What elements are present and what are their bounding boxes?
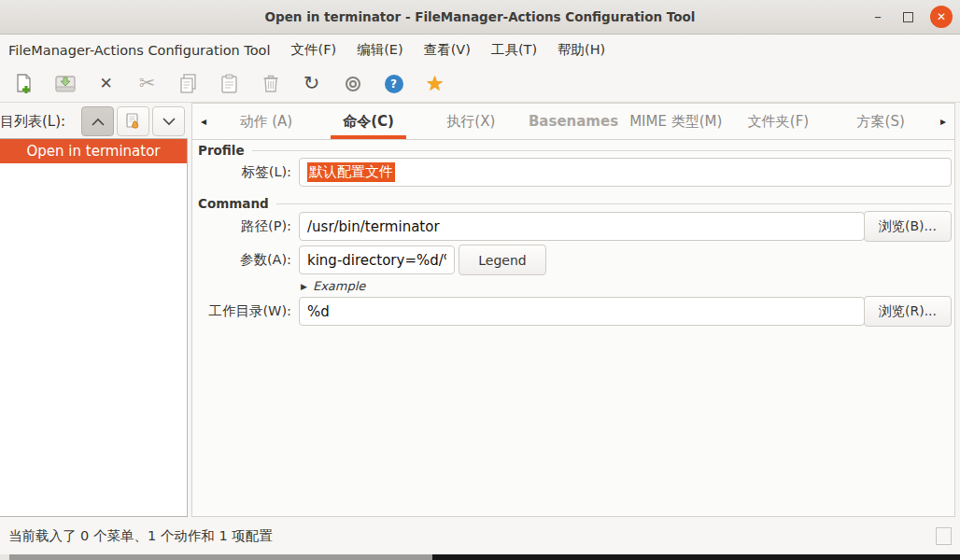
- path-field-input[interactable]: [299, 212, 865, 241]
- tab-schemes[interactable]: 方案(S): [829, 104, 932, 139]
- app-window: Open in terminator - FileManager-Actions…: [0, 0, 960, 560]
- items-list[interactable]: Open in terminator: [0, 138, 188, 517]
- command-frame-header: Command: [198, 196, 952, 211]
- reload-icon: ↻: [304, 74, 320, 93]
- expander-triangle-icon: ▶: [301, 282, 307, 291]
- star-icon: ★: [426, 74, 445, 94]
- delete-button[interactable]: [258, 71, 283, 97]
- toolbar: ✕ ✂: [0, 65, 960, 103]
- tab-execution[interactable]: 执行(X): [419, 104, 522, 139]
- tab-bar: ◂ 动作 (A) 命令(C) 执行(X) Basenames MIME 类型(M…: [192, 104, 954, 140]
- save-icon: [55, 75, 76, 93]
- tab-command[interactable]: 命令(C): [318, 104, 420, 139]
- chevron-down-icon: [162, 118, 176, 126]
- list-item-open-in-terminator[interactable]: Open in terminator: [0, 139, 187, 163]
- browse-workdir-button[interactable]: 浏览(R)...: [864, 296, 952, 327]
- window-controls: – ✕: [869, 0, 953, 34]
- items-list-label: 项目列表(L):: [0, 105, 65, 138]
- move-up-button[interactable]: [81, 106, 114, 136]
- menu-file[interactable]: 文件(F): [291, 41, 337, 59]
- status-text: 当前载入了 0 个菜单、1 个动作和 1 项配置: [8, 527, 273, 545]
- parameters-field-label: 参数(A):: [192, 245, 291, 274]
- statusbar: 当前载入了 0 个菜单、1 个动作和 1 项配置: [0, 518, 960, 554]
- minimize-button[interactable]: –: [869, 0, 886, 34]
- save-button[interactable]: [52, 71, 78, 97]
- frame-divider: [276, 203, 952, 204]
- tab-folders[interactable]: 文件夹(F): [727, 104, 830, 139]
- quit-button[interactable]: ✕: [93, 71, 119, 97]
- tab-basenames[interactable]: Basenames: [522, 104, 625, 139]
- label-field-label: 标签(L):: [192, 158, 291, 187]
- document-hand-icon: [125, 113, 142, 130]
- tab-mimetypes[interactable]: MIME 类型(M): [625, 104, 727, 139]
- menu-app[interactable]: FileManager-Actions Configuration Tool: [8, 43, 271, 58]
- trash-icon: [262, 74, 279, 93]
- status-lock-indicator: [936, 527, 952, 545]
- record-target-button[interactable]: [340, 71, 365, 97]
- label-field-selected-text: 默认配置文件: [307, 162, 395, 182]
- menu-help[interactable]: 帮助(H): [558, 41, 605, 59]
- workdir-field-input[interactable]: [299, 297, 865, 326]
- desktop-edge-strip: [0, 554, 960, 560]
- reorder-items-button[interactable]: [117, 106, 149, 136]
- profile-frame-header: Profile: [198, 143, 952, 158]
- menu-view[interactable]: 查看(V): [424, 41, 471, 59]
- label-field-input[interactable]: 默认配置文件: [299, 158, 952, 187]
- chevron-up-icon: [91, 118, 106, 126]
- path-field-label: 路径(P):: [192, 212, 291, 241]
- copy-icon: [179, 74, 198, 93]
- tabs-scroll-left-button[interactable]: ◂: [192, 104, 215, 139]
- example-expander[interactable]: ▶ Example: [301, 279, 365, 293]
- frame-divider: [252, 150, 952, 151]
- document-new-icon: [15, 74, 34, 94]
- legend-button[interactable]: Legend: [459, 245, 546, 275]
- command-tab-content: Profile 标签(L): 默认配置文件 Command 路径(P): 浏览(…: [192, 140, 954, 516]
- help-button[interactable]: ?: [381, 71, 406, 97]
- new-action-button[interactable]: [11, 71, 36, 97]
- menubar: FileManager-Actions Configuration Tool 文…: [0, 35, 960, 65]
- tabs-scroll-right-button[interactable]: ▸: [932, 104, 954, 139]
- paste-icon: [220, 74, 238, 93]
- browse-path-button[interactable]: 浏览(B)...: [864, 211, 952, 242]
- quit-icon: ✕: [99, 76, 112, 91]
- target-icon: [346, 77, 360, 91]
- copy-button[interactable]: [176, 71, 201, 97]
- help-icon: ?: [385, 75, 403, 93]
- bookmark-button[interactable]: ★: [422, 71, 447, 97]
- cut-button[interactable]: ✂: [134, 71, 160, 97]
- move-down-button[interactable]: [152, 106, 185, 136]
- close-button[interactable]: ✕: [930, 6, 953, 28]
- profile-frame-label: Profile: [198, 143, 245, 158]
- parameters-field-input[interactable]: [299, 245, 455, 274]
- workdir-field-label: 工作目录(W):: [192, 297, 291, 326]
- reload-button[interactable]: ↻: [299, 71, 324, 97]
- titlebar[interactable]: Open in terminator - FileManager-Actions…: [0, 0, 960, 35]
- window-title: Open in terminator - FileManager-Actions…: [0, 0, 960, 34]
- tab-action[interactable]: 动作 (A): [215, 104, 318, 139]
- items-list-header: 项目列表(L):: [0, 105, 188, 138]
- example-expander-label: Example: [313, 279, 365, 293]
- cut-icon: ✂: [139, 74, 156, 93]
- maximize-button[interactable]: [903, 12, 913, 22]
- menu-edit[interactable]: 编辑(E): [357, 41, 402, 59]
- command-frame-label: Command: [198, 196, 269, 211]
- paste-button[interactable]: [217, 71, 242, 97]
- menu-tools[interactable]: 工具(T): [491, 41, 537, 59]
- notebook: ◂ 动作 (A) 命令(C) 执行(X) Basenames MIME 类型(M…: [191, 103, 955, 517]
